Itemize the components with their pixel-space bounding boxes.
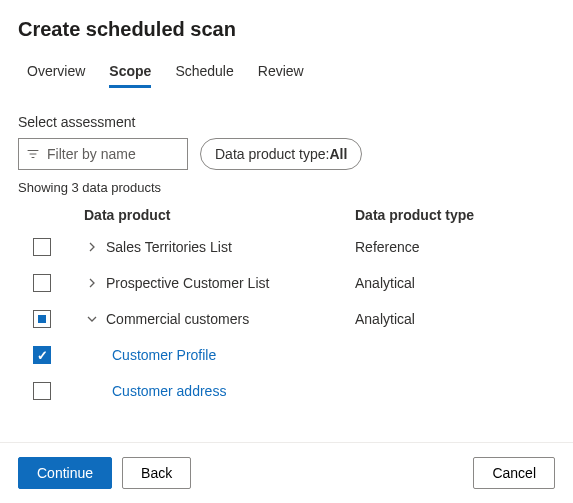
page-title: Create scheduled scan <box>18 18 555 41</box>
chevron-down-icon[interactable] <box>84 315 100 323</box>
chevron-right-icon[interactable] <box>84 278 100 288</box>
type-pill-prefix: Data product type: <box>215 146 329 162</box>
data-product-type-filter[interactable]: Data product type: All <box>200 138 362 170</box>
table-row: Commercial customers Analytical <box>18 301 555 337</box>
filter-icon <box>27 148 39 160</box>
tab-scope[interactable]: Scope <box>109 59 151 88</box>
tab-review[interactable]: Review <box>258 59 304 88</box>
filter-by-name-input[interactable] <box>18 138 188 170</box>
row-checkbox[interactable] <box>33 346 51 364</box>
row-name-link[interactable]: Customer address <box>112 383 226 399</box>
footer-actions: Continue Back Cancel <box>0 442 573 503</box>
table-row: Customer address <box>18 373 555 409</box>
select-assessment-label: Select assessment <box>18 114 555 130</box>
filter-input-field[interactable] <box>45 145 224 163</box>
row-name-link[interactable]: Customer Profile <box>112 347 216 363</box>
row-name: Commercial customers <box>106 311 249 327</box>
row-checkbox[interactable] <box>33 382 51 400</box>
grid-header: Data product Data product type <box>18 201 555 229</box>
tab-overview[interactable]: Overview <box>27 59 85 88</box>
row-name: Sales Territories List <box>106 239 232 255</box>
table-row: Customer Profile <box>18 337 555 373</box>
type-pill-value: All <box>329 146 347 162</box>
table-row: Prospective Customer List Analytical <box>18 265 555 301</box>
row-type: Analytical <box>355 311 555 327</box>
row-type: Analytical <box>355 275 555 291</box>
row-name: Prospective Customer List <box>106 275 269 291</box>
table-row: Sales Territories List Reference <box>18 229 555 265</box>
row-type: Reference <box>355 239 555 255</box>
row-checkbox[interactable] <box>33 238 51 256</box>
cancel-button[interactable]: Cancel <box>473 457 555 489</box>
col-header-type: Data product type <box>355 207 555 223</box>
row-checkbox[interactable] <box>33 274 51 292</box>
tab-schedule[interactable]: Schedule <box>175 59 233 88</box>
back-button[interactable]: Back <box>122 457 191 489</box>
row-checkbox[interactable] <box>33 310 51 328</box>
continue-button[interactable]: Continue <box>18 457 112 489</box>
chevron-right-icon[interactable] <box>84 242 100 252</box>
col-header-name: Data product <box>66 207 355 223</box>
tab-bar: Overview Scope Schedule Review <box>18 59 555 88</box>
showing-count: Showing 3 data products <box>18 180 555 195</box>
